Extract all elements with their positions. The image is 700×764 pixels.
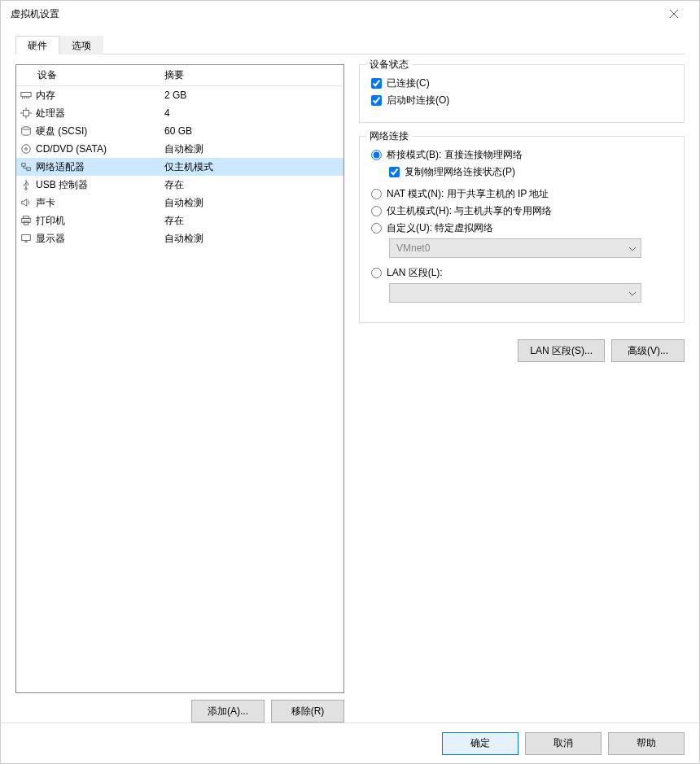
custom-radio-row[interactable]: 自定义(U): 特定虚拟网络 — [371, 221, 672, 235]
device-list[interactable]: 设备 摘要 内存2 GB处理器4硬盘 (SCSI)60 GBCD/DVD (SA… — [15, 64, 344, 693]
help-button[interactable]: 帮助 — [608, 732, 685, 755]
network-connection-group: 网络连接 桥接模式(B): 直接连接物理网络 复制物理网络连接状态(P) NAT… — [359, 136, 685, 323]
hostonly-label: 仅主机模式(H): 与主机共享的专用网络 — [387, 204, 552, 218]
close-button[interactable] — [655, 1, 693, 27]
connect-poweron-label: 启动时连接(O) — [387, 94, 449, 107]
sound-icon — [16, 197, 36, 208]
device-summary: 60 GB — [158, 125, 343, 137]
device-summary: 2 GB — [158, 89, 343, 101]
tab-hardware[interactable]: 硬件 — [15, 36, 59, 55]
chevron-down-icon — [629, 242, 636, 254]
lanseg-combo — [389, 283, 641, 303]
custom-network-combo: VMnet0 — [389, 238, 641, 258]
device-state-legend: 设备状态 — [366, 58, 412, 72]
nat-label: NAT 模式(N): 用于共享主机的 IP 地址 — [387, 187, 549, 201]
chevron-down-icon — [629, 287, 636, 299]
svg-point-13 — [22, 145, 31, 154]
svg-rect-2 — [21, 93, 31, 97]
network-icon — [16, 161, 36, 172]
usb-icon — [16, 179, 36, 190]
nat-radio[interactable] — [371, 189, 382, 199]
device-summary: 自动检测 — [158, 232, 343, 246]
replicate-checkbox[interactable] — [389, 167, 400, 177]
custom-radio[interactable] — [371, 223, 382, 234]
bridged-radio[interactable] — [371, 150, 382, 160]
custom-network-value: VMnet0 — [396, 242, 430, 254]
svg-rect-7 — [24, 111, 29, 116]
hostonly-radio[interactable] — [371, 206, 382, 216]
device-summary: 4 — [158, 107, 343, 119]
nat-radio-row[interactable]: NAT 模式(N): 用于共享主机的 IP 地址 — [371, 187, 672, 201]
device-row[interactable]: 声卡自动检测 — [16, 194, 343, 212]
device-name: 硬盘 (SCSI) — [36, 124, 158, 138]
device-name: 内存 — [36, 89, 158, 103]
close-icon — [670, 10, 678, 18]
display-icon — [16, 233, 36, 244]
device-name: 处理器 — [36, 107, 158, 120]
bridged-label: 桥接模式(B): 直接连接物理网络 — [387, 148, 523, 162]
device-row[interactable]: CD/DVD (SATA)自动检测 — [16, 140, 343, 158]
replicate-checkbox-row[interactable]: 复制物理网络连接状态(P) — [389, 165, 672, 179]
add-button[interactable]: 添加(A)... — [191, 700, 265, 723]
device-name: USB 控制器 — [36, 178, 158, 192]
replicate-label: 复制物理网络连接状态(P) — [405, 165, 515, 179]
cpu-icon — [16, 107, 36, 119]
bridged-radio-row[interactable]: 桥接模式(B): 直接连接物理网络 — [371, 148, 672, 162]
svg-point-12 — [22, 127, 31, 130]
remove-button[interactable]: 移除(R) — [271, 700, 344, 723]
device-row[interactable]: 内存2 GB — [16, 86, 343, 104]
device-row[interactable]: 处理器4 — [16, 104, 343, 122]
device-row[interactable]: 打印机存在 — [16, 212, 343, 229]
device-name: 打印机 — [36, 214, 158, 228]
custom-label: 自定义(U): 特定虚拟网络 — [387, 221, 493, 235]
device-name: CD/DVD (SATA) — [36, 143, 158, 155]
device-name: 网络适配器 — [36, 160, 158, 174]
tab-options[interactable]: 选项 — [59, 36, 103, 55]
lanseg-radio-row[interactable]: LAN 区段(L): — [371, 266, 672, 280]
lan-segments-button[interactable]: LAN 区段(S)... — [518, 339, 605, 362]
device-summary: 自动检测 — [158, 196, 343, 210]
device-name: 声卡 — [36, 196, 158, 210]
lanseg-label: LAN 区段(L): — [387, 266, 443, 280]
memory-icon — [16, 89, 36, 101]
cd-icon — [16, 143, 36, 155]
header-device: 设备 — [16, 65, 158, 85]
disk-icon — [16, 125, 36, 137]
advanced-button[interactable]: 高级(V)... — [611, 339, 685, 362]
connected-checkbox-row[interactable]: 已连接(C) — [371, 76, 672, 90]
connected-checkbox[interactable] — [371, 78, 382, 89]
network-legend: 网络连接 — [366, 129, 412, 143]
svg-rect-16 — [27, 168, 30, 171]
device-row[interactable]: USB 控制器存在 — [16, 176, 343, 194]
device-summary: 存在 — [158, 214, 343, 228]
window-title: 虚拟机设置 — [11, 7, 655, 21]
svg-point-14 — [25, 148, 28, 151]
svg-rect-21 — [22, 235, 31, 241]
hostonly-radio-row[interactable]: 仅主机模式(H): 与主机共享的专用网络 — [371, 204, 672, 218]
connected-label: 已连接(C) — [387, 76, 430, 90]
ok-button[interactable]: 确定 — [442, 732, 518, 755]
device-row[interactable]: 网络适配器仅主机模式 — [16, 158, 343, 176]
cancel-button[interactable]: 取消 — [525, 732, 602, 755]
svg-rect-19 — [22, 218, 31, 222]
svg-rect-15 — [22, 164, 25, 167]
device-name: 显示器 — [36, 232, 158, 246]
header-summary: 摘要 — [158, 65, 343, 85]
connect-poweron-checkbox-row[interactable]: 启动时连接(O) — [371, 94, 672, 107]
list-header: 设备 摘要 — [16, 65, 343, 86]
svg-point-17 — [25, 188, 28, 190]
device-summary: 自动检测 — [158, 142, 343, 156]
lanseg-radio[interactable] — [371, 268, 382, 278]
device-row[interactable]: 显示器自动检测 — [16, 229, 343, 247]
device-state-group: 设备状态 已连接(C) 启动时连接(O) — [359, 64, 685, 123]
device-row[interactable]: 硬盘 (SCSI)60 GB — [16, 122, 343, 140]
device-summary: 存在 — [158, 178, 343, 192]
device-summary: 仅主机模式 — [158, 160, 343, 174]
connect-poweron-checkbox[interactable] — [371, 95, 382, 106]
tab-strip: 硬件 选项 — [15, 35, 685, 55]
printer-icon — [16, 215, 36, 226]
